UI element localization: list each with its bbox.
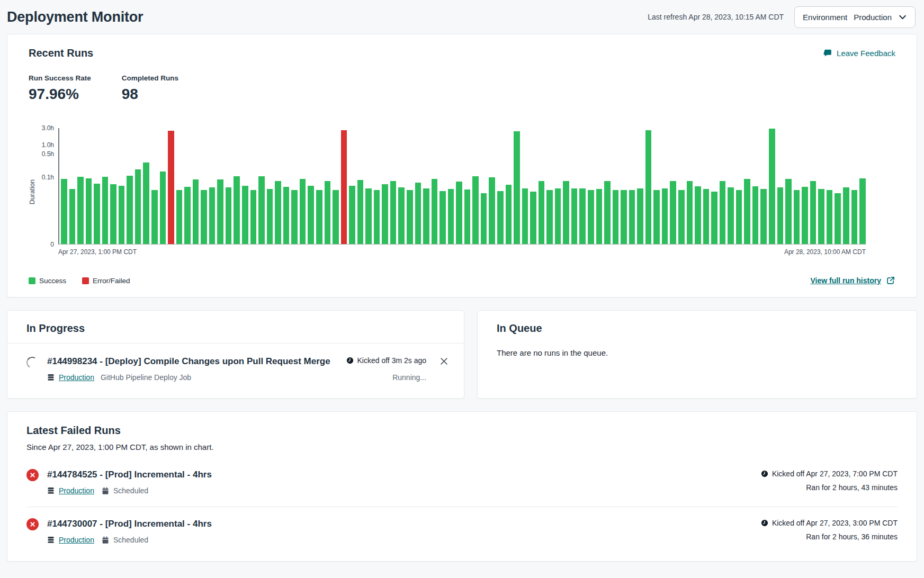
run-bar-success[interactable] <box>258 176 265 244</box>
run-bar-success[interactable] <box>407 190 413 244</box>
run-bar-success[interactable] <box>810 181 817 244</box>
run-bar-success[interactable] <box>637 188 643 244</box>
run-bar-success[interactable] <box>506 185 512 244</box>
run-bar-failed[interactable] <box>341 130 347 245</box>
run-bar-success[interactable] <box>398 187 405 244</box>
run-bar-success[interactable] <box>308 186 314 245</box>
run-bar-success[interactable] <box>752 186 759 244</box>
run-bar-success[interactable] <box>678 190 685 244</box>
run-bar-success[interactable] <box>176 190 183 244</box>
run-bar-success[interactable] <box>135 169 141 244</box>
run-bar-success[interactable] <box>604 181 611 244</box>
run-bar-success[interactable] <box>184 187 191 244</box>
run-bar-success[interactable] <box>374 190 380 244</box>
run-bar-success[interactable] <box>77 177 84 244</box>
run-bar-success[interactable] <box>794 190 800 244</box>
run-bar-success[interactable] <box>250 190 257 244</box>
view-history-link[interactable]: View full run history <box>810 276 895 285</box>
run-bar-success[interactable] <box>160 171 166 244</box>
run-bar-success[interactable] <box>382 184 388 244</box>
run-bar-success[interactable] <box>563 181 569 244</box>
run-bar-success[interactable] <box>859 178 866 245</box>
run-bar-success[interactable] <box>711 192 717 244</box>
run-bar-failed[interactable] <box>168 131 174 244</box>
run-bar-success[interactable] <box>522 188 528 244</box>
run-bar-success[interactable] <box>481 193 487 245</box>
run-bar-success[interactable] <box>670 181 676 244</box>
run-bar-success[interactable] <box>61 179 67 244</box>
run-bar-success[interactable] <box>835 193 841 245</box>
leave-feedback-link[interactable]: Leave Feedback <box>823 49 895 58</box>
run-bar-success[interactable] <box>333 190 339 244</box>
run-bar-success[interactable] <box>489 177 495 244</box>
run-bar-success[interactable] <box>275 181 281 244</box>
run-bar-success[interactable] <box>720 181 726 244</box>
run-bar-success[interactable] <box>316 190 322 244</box>
run-bar-success[interactable] <box>102 177 109 244</box>
run-bar-success[interactable] <box>127 176 133 244</box>
run-bar-success[interactable] <box>843 187 849 244</box>
run-bar-success[interactable] <box>744 179 750 244</box>
run-bar-success[interactable] <box>69 189 76 244</box>
run-bar-success[interactable] <box>110 184 116 244</box>
run-bar-success[interactable] <box>588 190 594 244</box>
run-bar-success[interactable] <box>703 189 710 244</box>
environment-link[interactable]: Production <box>59 373 94 382</box>
run-bar-success[interactable] <box>325 181 331 244</box>
run-bar-success[interactable] <box>291 190 298 244</box>
run-bar-success[interactable] <box>785 179 792 244</box>
run-bar-success[interactable] <box>695 186 701 244</box>
run-bar-success[interactable] <box>234 176 240 244</box>
run-bar-success[interactable] <box>645 130 652 244</box>
run-bar-success[interactable] <box>546 190 553 244</box>
run-bar-success[interactable] <box>497 191 504 244</box>
run-bar-success[interactable] <box>94 184 100 244</box>
run-bar-success[interactable] <box>769 129 775 244</box>
run-bar-success[interactable] <box>283 187 290 244</box>
run-bar-success[interactable] <box>802 187 808 244</box>
run-bar-success[interactable] <box>777 187 784 244</box>
run-bar-success[interactable] <box>827 190 833 244</box>
run-bar-success[interactable] <box>439 191 446 244</box>
run-bar-success[interactable] <box>456 182 462 244</box>
run-bar-success[interactable] <box>119 186 125 245</box>
run-bar-success[interactable] <box>143 162 149 244</box>
run-bar-success[interactable] <box>267 189 273 244</box>
run-bar-success[interactable] <box>415 183 421 244</box>
run-bar-success[interactable] <box>365 188 372 244</box>
run-bar-success[interactable] <box>193 179 199 244</box>
run-bar-success[interactable] <box>555 188 561 244</box>
run-bar-success[interactable] <box>357 180 364 244</box>
environment-link[interactable]: Production <box>59 536 94 544</box>
run-bar-success[interactable] <box>621 190 627 244</box>
run-bar-success[interactable] <box>242 186 248 245</box>
run-bar-success[interactable] <box>201 190 207 244</box>
run-bar-success[interactable] <box>448 189 454 244</box>
run-bar-success[interactable] <box>349 186 355 245</box>
run-bar-success[interactable] <box>736 190 742 244</box>
run-bar-success[interactable] <box>514 131 520 244</box>
run-bar-success[interactable] <box>760 189 767 244</box>
run-bar-success[interactable] <box>687 181 693 244</box>
run-bar-success[interactable] <box>390 181 397 244</box>
run-bar-success[interactable] <box>653 190 660 244</box>
run-bar-success[interactable] <box>300 179 306 244</box>
run-bar-success[interactable] <box>571 188 578 244</box>
run-bar-success[interactable] <box>464 189 471 244</box>
run-bar-success[interactable] <box>151 190 158 244</box>
run-bar-success[interactable] <box>539 181 545 244</box>
run-bar-success[interactable] <box>530 192 536 244</box>
environment-dropdown[interactable]: Environment Production <box>794 6 916 28</box>
run-bar-success[interactable] <box>851 190 858 244</box>
run-bar-success[interactable] <box>217 179 223 244</box>
run-bar-success[interactable] <box>596 189 603 244</box>
run-bar-success[interactable] <box>86 178 92 245</box>
run-bar-success[interactable] <box>423 188 429 244</box>
environment-link[interactable]: Production <box>59 486 94 495</box>
run-bar-success[interactable] <box>579 188 586 244</box>
run-bar-success[interactable] <box>226 187 232 244</box>
run-bar-success[interactable] <box>629 190 635 244</box>
run-bar-success[interactable] <box>613 190 619 244</box>
run-bar-success[interactable] <box>209 187 216 244</box>
run-bar-success[interactable] <box>472 176 479 244</box>
